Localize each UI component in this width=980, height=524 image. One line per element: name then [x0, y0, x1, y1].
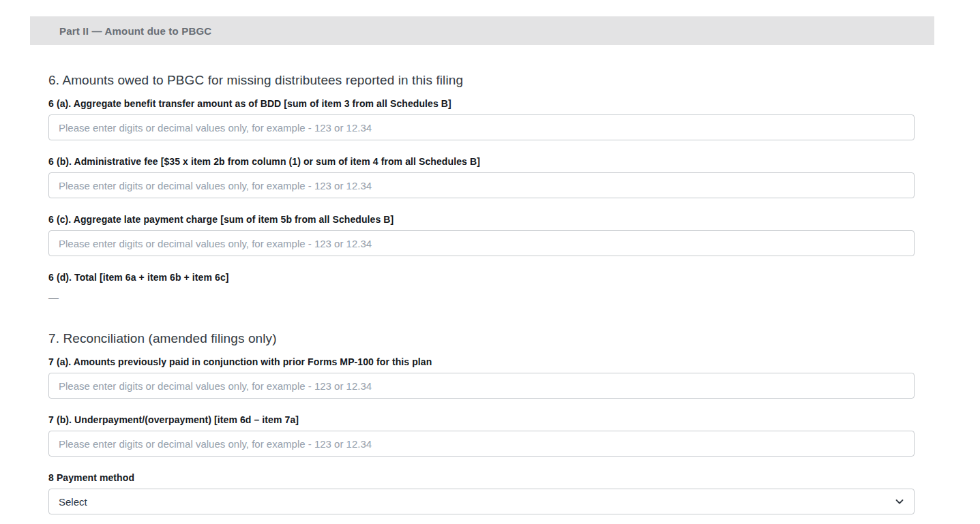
field-8-payment-method: 8 Payment method Select: [48, 472, 915, 514]
field-6c-label: 6 (c). Aggregate late payment charge [su…: [48, 214, 915, 225]
field-6b-input[interactable]: [48, 172, 915, 198]
chevron-down-icon: [893, 495, 906, 508]
field-6c: 6 (c). Aggregate late payment charge [su…: [48, 214, 915, 256]
payment-method-selected-value: Select: [59, 496, 87, 508]
field-6b: 6 (b). Administrative fee [$35 x item 2b…: [48, 156, 915, 198]
field-7a: 7 (a). Amounts previously paid in conjun…: [48, 356, 915, 399]
field-8-label: 8 Payment method: [48, 472, 915, 483]
section-6-heading: 6. Amounts owed to PBGC for missing dist…: [48, 73, 915, 88]
field-7b-label: 7 (b). Underpayment/(overpayment) [item …: [48, 414, 915, 425]
part-header-band: Part II — Amount due to PBGC: [30, 16, 934, 45]
field-6d-label: 6 (d). Total [item 6a + item 6b + item 6…: [48, 272, 915, 283]
field-6d: 6 (d). Total [item 6a + item 6b + item 6…: [48, 272, 915, 303]
field-7b: 7 (b). Underpayment/(overpayment) [item …: [48, 414, 915, 457]
form-content: 6. Amounts owed to PBGC for missing dist…: [48, 73, 915, 514]
part-header-title: Part II — Amount due to PBGC: [59, 25, 211, 37]
field-7a-input[interactable]: [48, 373, 915, 399]
payment-method-select[interactable]: Select: [48, 489, 915, 514]
field-6a-input[interactable]: [48, 114, 915, 140]
field-6d-total-value: —: [48, 292, 915, 303]
field-6c-input[interactable]: [48, 230, 915, 256]
field-7b-input[interactable]: [48, 431, 915, 457]
form-page: Part II — Amount due to PBGC 6. Amounts …: [0, 0, 980, 524]
field-7a-label: 7 (a). Amounts previously paid in conjun…: [48, 356, 915, 367]
field-6b-label: 6 (b). Administrative fee [$35 x item 2b…: [48, 156, 915, 167]
field-6a: 6 (a). Aggregate benefit transfer amount…: [48, 98, 915, 140]
field-6a-label: 6 (a). Aggregate benefit transfer amount…: [48, 98, 915, 109]
section-7-heading: 7. Reconciliation (amended filings only): [48, 331, 915, 346]
